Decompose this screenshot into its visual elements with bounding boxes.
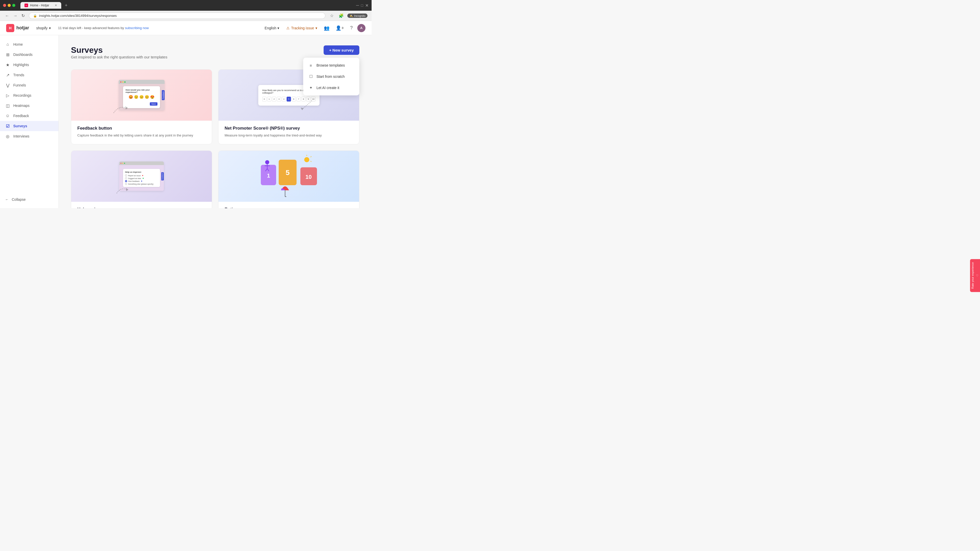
sidebar-item-recordings-label: Recordings <box>13 94 32 97</box>
app-body: ⌂ Home ⊞ Dashboards ★ Highlights ↗ Trend… <box>0 35 372 208</box>
tracking-issue[interactable]: ⚠ Tracking issue ▾ <box>284 25 320 31</box>
logo-text: hotjar <box>16 25 29 30</box>
sidebar-item-highlights[interactable]: ★ Highlights <box>0 60 59 70</box>
svg-marker-0 <box>125 106 128 110</box>
sidebar-item-funnels[interactable]: ⋁ Funnels <box>0 80 59 90</box>
svg-text:10: 10 <box>305 174 311 180</box>
let-ai-create-item[interactable]: ✦ Let AI create it <box>303 82 360 94</box>
maximize-window-btn[interactable] <box>12 4 15 7</box>
nps-scale-0: 0 <box>262 97 266 102</box>
trends-icon: ↗ <box>5 73 10 78</box>
browser-tabs: H Home - Hotjar ✕ + <box>21 2 354 9</box>
improve-arrow-decoration <box>114 183 132 196</box>
star-btn[interactable]: ☆ <box>328 12 335 19</box>
trial-text: 11 trial days left - keep advanced featu… <box>58 26 124 30</box>
browse-templates-label: Browse templates <box>317 63 345 67</box>
trial-link[interactable]: subscribing now <box>125 26 149 30</box>
sidebar-item-interviews-label: Interviews <box>13 134 29 138</box>
new-tab-btn[interactable]: + <box>63 2 69 9</box>
close-window-btn[interactable] <box>3 4 6 7</box>
add-user-icon-btn[interactable]: 👤+ <box>334 24 345 32</box>
url-bar[interactable]: 🔒 insights.hotjar.com/sites/3814994/surv… <box>29 13 325 19</box>
feedback-button-preview: How would you rate your experience? 😡 😟 … <box>71 70 212 121</box>
incognito-icon: 🕵 <box>349 14 353 17</box>
lang-label: English <box>265 26 277 30</box>
help-icon-btn[interactable]: ? <box>348 24 354 32</box>
list-icon: ≡ <box>308 63 313 68</box>
sidebar-item-trends-label: Trends <box>13 73 24 77</box>
nps-scale-4: 4 <box>282 97 286 102</box>
sidebar-item-funnels-label: Funnels <box>13 83 26 87</box>
sidebar-item-surveys[interactable]: ☑ Surveys <box>0 121 59 131</box>
sidebar-item-interviews[interactable]: ◎ Interviews <box>0 131 59 141</box>
feedback-button-card[interactable]: How would you rate your experience? 😡 😟 … <box>71 69 212 144</box>
interviews-icon: ◎ <box>5 134 10 139</box>
start-from-scratch-label: Start from scratch <box>317 75 345 79</box>
reload-btn[interactable]: ↻ <box>21 12 26 19</box>
user-avatar[interactable]: A <box>357 24 366 32</box>
nps-scale-5: 5 <box>286 97 291 102</box>
nps-scale-2: 2 <box>272 97 276 102</box>
browser-traffic-lights <box>3 4 15 7</box>
collapse-icon: ← <box>5 197 9 202</box>
arrow-decoration <box>111 100 131 116</box>
restore-btn[interactable]: □ <box>361 3 363 7</box>
tab-close-btn[interactable]: ✕ <box>55 3 57 7</box>
improve-mock-title: Help us improve: <box>125 171 158 173</box>
home-icon: ⌂ <box>5 42 10 47</box>
page-subtitle: Get inspired to ask the right questions … <box>71 55 167 59</box>
site-selector[interactable]: shopify ▾ <box>33 25 54 31</box>
feedback-button-desc: Capture feedback in the wild by letting … <box>77 133 206 138</box>
sidebar-item-recordings[interactable]: ▷ Recordings <box>0 90 59 100</box>
nps-desc: Measure long-term loyalty and happiness … <box>224 133 353 138</box>
new-survey-button[interactable]: + New survey <box>324 45 360 55</box>
app-header: H hotjar shopify ▾ 11 trial days left - … <box>0 21 372 35</box>
sidebar-item-heatmaps[interactable]: ◫ Heatmaps <box>0 100 59 111</box>
start-from-scratch-item[interactable]: ☐ Start from scratch <box>303 71 360 82</box>
improve-title: Help us improve <box>77 207 206 208</box>
sidebar-collapse-btn[interactable]: ← Collapse <box>0 195 59 204</box>
document-icon: ☐ <box>308 74 313 79</box>
active-tab[interactable]: H Home - Hotjar ✕ <box>21 2 61 9</box>
close-btn[interactable]: ✕ <box>365 3 369 8</box>
tracking-issue-label: Tracking issue <box>291 26 314 30</box>
incognito-badge: 🕵 Incognito <box>347 14 368 18</box>
extensions-btn[interactable]: 🧩 <box>337 12 345 19</box>
trial-notice: 11 trial days left - keep advanced featu… <box>58 26 258 30</box>
sidebar: ⌂ Home ⊞ Dashboards ★ Highlights ↗ Trend… <box>0 35 59 208</box>
new-survey-dropdown: ≡ Browse templates ☐ Start from scratch … <box>303 58 360 95</box>
dashboards-icon: ⊞ <box>5 52 10 57</box>
recordings-icon: ▷ <box>5 93 10 98</box>
warning-icon: ⚠ <box>286 26 290 30</box>
rating-survey-card[interactable]: 1 5 10 <box>218 151 360 208</box>
site-name: shopify <box>36 26 48 30</box>
svg-point-9 <box>265 160 269 164</box>
page-title: Surveys <box>71 45 167 55</box>
improve-card-body: Help us improve Gather structured feedba… <box>71 202 212 208</box>
sidebar-item-dashboards-label: Dashboards <box>13 52 33 57</box>
minimize-btn[interactable]: ─ <box>356 3 359 8</box>
sidebar-item-dashboards[interactable]: ⊞ Dashboards <box>0 49 59 60</box>
people-icon-btn[interactable]: 👥 <box>322 24 331 32</box>
sidebar-item-home[interactable]: ⌂ Home <box>0 39 59 49</box>
hotjar-logo[interactable]: H hotjar <box>6 24 29 32</box>
sidebar-item-trends[interactable]: ↗ Trends <box>0 70 59 80</box>
sidebar-item-feedback[interactable]: ☺ Feedback <box>0 111 59 121</box>
feedback-icon: ☺ <box>5 113 10 118</box>
ai-sparkle-icon: ✦ <box>308 85 313 90</box>
improve-survey-card[interactable]: Help us improve: Report an issue Suggest <box>71 151 212 208</box>
browse-templates-item[interactable]: ≡ Browse templates <box>303 60 360 71</box>
sidebar-item-surveys-label: Surveys <box>13 124 27 128</box>
rating-title: Rating survey <box>224 207 353 208</box>
back-btn[interactable]: ← <box>4 13 10 19</box>
feedback-button-title: Feedback button <box>77 126 206 131</box>
nps-card-body: Net Promoter Score® (NPS®) survey Measur… <box>218 121 359 144</box>
forward-btn[interactable]: → <box>12 13 18 19</box>
header-actions: English ▾ ⚠ Tracking issue ▾ 👥 👤+ ? A <box>262 24 366 32</box>
lang-selector[interactable]: English ▾ <box>262 25 281 31</box>
collapse-label: Collapse <box>12 197 25 202</box>
nps-scale-1: 1 <box>267 97 271 102</box>
minimize-window-btn[interactable] <box>8 4 11 7</box>
mock-next-btn: Next <box>150 102 158 106</box>
svg-point-14 <box>304 157 309 162</box>
